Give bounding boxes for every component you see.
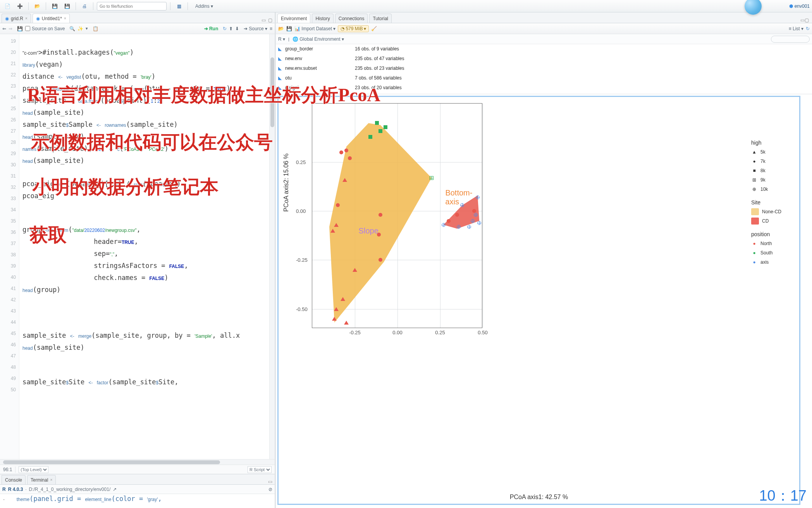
env-scope-menu[interactable]: 🌐 Global Environment ▾ — [292, 36, 344, 42]
close-icon[interactable]: × — [50, 478, 52, 482]
data-point — [384, 125, 387, 129]
expand-icon[interactable]: ◣ — [278, 54, 285, 64]
project-menu[interactable]: ⬢env001 — [789, 3, 810, 9]
tab-grid-r[interactable]: ◉ grid.R × — [2, 14, 31, 23]
memory-badge[interactable]: ◔ 579 MiB ▾ — [338, 25, 369, 32]
save-icon[interactable]: 💾 — [17, 26, 23, 31]
new-file-icon[interactable]: 📄 — [2, 2, 12, 11]
timestamp: 10：17 — [759, 486, 807, 506]
code-area[interactable]: "c-com">#install.packages("vegan") libra… — [19, 34, 269, 459]
plot-viewport[interactable]: PCoA axis2: 15.06 % PCoA axis1: 42.57 % … — [277, 96, 800, 505]
env-scope-bar: R ▾ | 🌐 Global Environment ▾ — [276, 34, 812, 44]
env-search-input[interactable] — [771, 36, 810, 43]
view-mode-menu[interactable]: ≡ List ▾ — [789, 26, 803, 31]
data-point — [336, 203, 340, 207]
data-point — [348, 156, 352, 160]
scope-selector[interactable]: (Top Level) — [19, 466, 48, 473]
plot-legend: high▲5k●7k■8k⊞9k⊕10kSiteNone-CDCDpositio… — [751, 137, 795, 267]
data-point — [471, 219, 475, 223]
data-point — [334, 223, 339, 227]
addins-menu[interactable]: Addins ▾ — [191, 3, 217, 9]
data-point — [455, 213, 459, 217]
data-point — [375, 121, 379, 125]
refresh-icon[interactable]: ↻ — [806, 26, 810, 31]
env-object-list[interactable]: ◣group_border16 obs. of 9 variables◣new.… — [276, 44, 812, 94]
tab-label: Untitled1* — [42, 16, 62, 21]
minimize-pane-icon[interactable]: ▭ — [261, 17, 266, 23]
tab-history[interactable]: History — [312, 14, 333, 23]
broom-icon[interactable]: 🧹 — [371, 26, 377, 31]
language-menu[interactable]: R ▾ — [278, 36, 285, 42]
wand-icon[interactable]: ✨ — [77, 26, 83, 31]
source-button[interactable]: ➔ Source ▾ — [244, 26, 267, 31]
open-icon[interactable]: 📂 — [32, 2, 42, 11]
data-point — [330, 229, 335, 233]
env-row[interactable]: ◣otu7 obs. of 586 variables — [276, 73, 812, 83]
expand-icon[interactable]: ◣ — [278, 44, 285, 54]
expand-icon[interactable]: ◣ — [278, 73, 285, 83]
import-dataset-menu[interactable]: 📊 Import Dataset ▾ — [294, 26, 335, 31]
data-point — [368, 135, 372, 139]
env-row[interactable]: ◣new.env235 obs. of 47 variables — [276, 54, 812, 64]
outline-icon[interactable]: ≡ — [270, 26, 272, 31]
editor-toolbar: ⇐ ⇒ 💾 Source on Save 🔍 ✨▾ 📋 ➔ Run ↻ ⬆ ⬇ … — [0, 23, 275, 34]
save-env-icon[interactable]: 💾 — [286, 26, 292, 31]
source-editor[interactable]: 1920212223242526272829303132333435363738… — [0, 34, 275, 459]
data-point — [474, 213, 478, 217]
tab-terminal[interactable]: Terminal × — [27, 475, 56, 484]
tab-tutorial[interactable]: Tutorial — [369, 14, 392, 23]
save-icon[interactable]: 💾 — [50, 2, 60, 11]
go-up-icon[interactable]: ⬆ — [229, 26, 233, 31]
vertical-scrollbar[interactable] — [269, 34, 275, 459]
print-icon[interactable]: 🖨 — [79, 2, 89, 11]
tab-environment[interactable]: Environment — [277, 14, 310, 23]
x-axis-label: PCoA axis1: 42.57 % — [510, 494, 568, 501]
minimize-pane-icon[interactable]: ▭ — [268, 479, 272, 484]
env-row[interactable]: ◣p.signi23 obs. of 20 variables — [276, 83, 812, 93]
nav-fwd-icon[interactable]: ⇒ — [9, 26, 12, 31]
browse-icon[interactable]: ↗ — [113, 487, 117, 492]
grid-icon[interactable]: ▦ — [174, 2, 184, 11]
console-output[interactable]: - theme(panel.grid = element_line(color … — [0, 494, 275, 508]
rerun-icon[interactable]: ↻ — [223, 26, 227, 31]
maximize-pane-icon[interactable]: ▢ — [805, 17, 809, 23]
tab-untitled1[interactable]: ◉ Untitled1* × — [33, 14, 70, 23]
data-point — [430, 176, 434, 180]
nav-back-icon[interactable]: ⇐ — [2, 26, 6, 31]
compile-icon[interactable]: 📋 — [93, 26, 98, 31]
go-down-icon[interactable]: ⬇ — [235, 26, 239, 31]
console-tab-bar: Console Terminal × ▭ — [0, 474, 275, 485]
editor-tab-bar: ◉ grid.R × ◉ Untitled1* × ▭ ▢ — [0, 12, 275, 23]
close-icon[interactable]: × — [25, 16, 28, 21]
save-all-icon[interactable]: 💾 — [62, 2, 72, 11]
data-point — [477, 221, 481, 225]
goto-file-input[interactable] — [97, 2, 167, 10]
maximize-pane-icon[interactable]: ▢ — [268, 17, 272, 23]
r-logo-icon: R — [2, 487, 6, 492]
close-icon[interactable]: × — [64, 16, 66, 21]
editor-status-bar: 96:1 (Top Level) R Script — [0, 465, 275, 474]
data-point — [472, 209, 476, 213]
language-selector[interactable]: R Script — [248, 466, 272, 473]
clear-console-icon[interactable]: ⊘ — [268, 487, 272, 492]
find-icon[interactable]: 🔍 — [69, 26, 75, 31]
tab-connections[interactable]: Connections — [335, 14, 368, 23]
data-point — [353, 268, 357, 272]
data-point — [442, 223, 446, 227]
tab-console[interactable]: Console — [2, 475, 26, 484]
expand-icon[interactable]: ◣ — [278, 64, 285, 73]
expand-icon[interactable]: ◣ — [278, 83, 285, 93]
horizontal-scrollbar[interactable] — [0, 459, 275, 465]
env-row[interactable]: ◣group_border16 obs. of 9 variables — [276, 44, 812, 54]
load-icon[interactable]: 📂 — [278, 26, 284, 31]
new-project-icon[interactable]: ➕ — [15, 2, 25, 11]
minimize-pane-icon[interactable]: ▭ — [800, 17, 805, 23]
env-tab-bar: Environment History Connections Tutorial… — [276, 12, 812, 23]
run-button[interactable]: ➔ Run — [204, 26, 218, 31]
data-point — [332, 317, 337, 321]
console-info-bar: R R 4.0.3 · D:/R_4_1_0_working_directory… — [0, 485, 275, 494]
working-dir[interactable]: D:/R_4_1_0_working_directory/env001/ — [29, 487, 110, 492]
source-on-save-toggle[interactable]: Source on Save — [25, 26, 65, 31]
data-point — [476, 195, 480, 199]
env-row[interactable]: ◣new.env.subset235 obs. of 23 variables — [276, 64, 812, 73]
